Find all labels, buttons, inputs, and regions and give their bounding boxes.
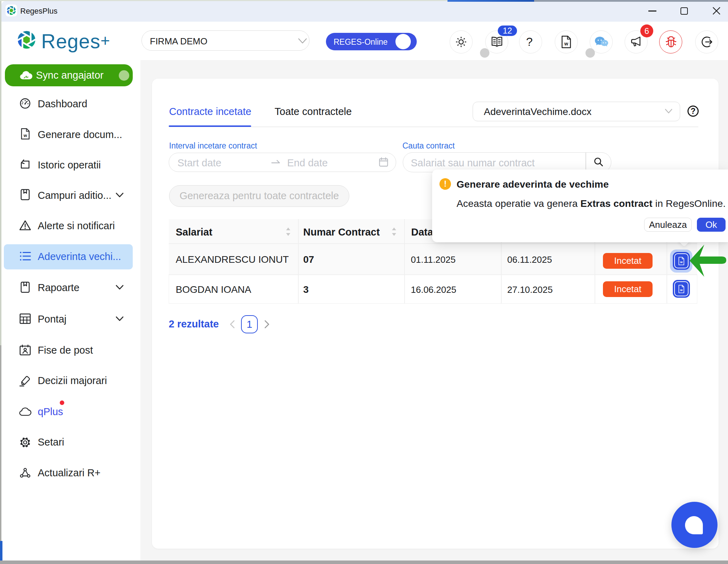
svg-text:w: w	[23, 133, 27, 138]
svg-text:w: w	[680, 260, 683, 264]
svg-text:w: w	[680, 288, 683, 292]
svg-text:w: w	[564, 41, 568, 46]
